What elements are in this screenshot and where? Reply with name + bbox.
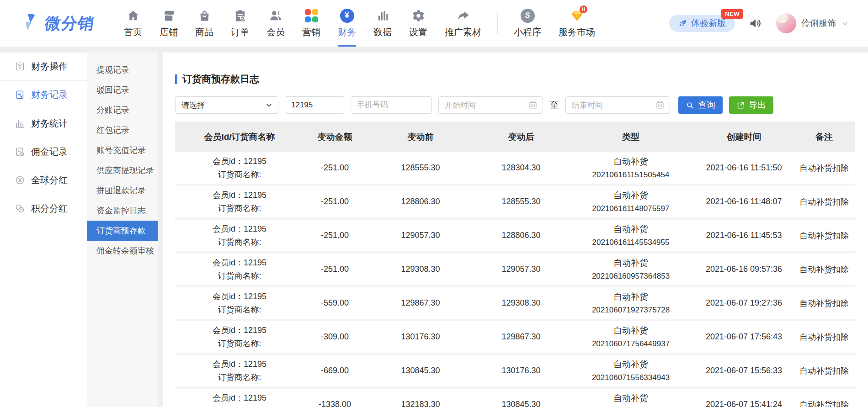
type-cell: 自动补货202106071541255333 xyxy=(567,388,695,407)
sidebar-item-finance-statistics[interactable]: 财务统计 xyxy=(0,109,87,137)
submenu-item-red-packet-records[interactable]: 红包记录 xyxy=(87,120,158,140)
finance-icon: ¥ xyxy=(340,8,354,23)
member-name-label: 订货商名称: xyxy=(175,202,304,215)
chevron-down-icon xyxy=(265,101,273,109)
start-date-input[interactable]: 开始时间 xyxy=(438,96,543,114)
before-cell: 132183.30 xyxy=(366,388,475,407)
member-name-label: 订货商名称: xyxy=(175,168,304,181)
amount-cell: -559.00 xyxy=(304,286,366,320)
submenu-item-commission-to-balance-audit[interactable]: 佣金转余额审核 xyxy=(87,241,158,261)
sidebar-item-global-dividend[interactable]: 全球分红 xyxy=(0,166,87,194)
submenu-item-fund-monitor-log[interactable]: 资金监控日志 xyxy=(87,201,158,221)
type-select-value: 请选择 xyxy=(181,100,205,111)
submenu: 提现记录驳回记录分账记录红包记录账号充值记录供应商提现记录拼团退款记录资金监控日… xyxy=(87,53,158,407)
member-id-label: 会员id： xyxy=(213,224,244,233)
submenu-item-account-recharge-records[interactable]: 账号充值记录 xyxy=(87,140,158,160)
member-cell: 会员id：12195订货商名称: xyxy=(175,152,304,185)
after-cell: 129867.30 xyxy=(475,320,567,354)
export-icon xyxy=(736,101,745,110)
member-id-label: 会员id： xyxy=(213,157,244,166)
nav-item-data[interactable]: 数据 xyxy=(365,0,400,47)
rocket-icon xyxy=(678,19,687,28)
after-cell: 128555.30 xyxy=(475,185,567,219)
sidebar-item-finance-operations[interactable]: 财务操作 xyxy=(0,53,87,81)
brand-logo[interactable]: 微分销 xyxy=(18,13,94,34)
nav-item-promo-materials[interactable]: 推广素材 xyxy=(436,0,490,47)
submenu-item-split-account-records[interactable]: 分账记录 xyxy=(87,100,158,120)
column-header: 类型 xyxy=(567,122,695,152)
type-name: 自动补货 xyxy=(567,391,695,405)
sidebar-item-commission-records[interactable]: 佣金记录 xyxy=(0,137,87,166)
submenu-item-withdraw-records[interactable]: 提现记录 xyxy=(87,60,158,80)
table-row: 会员id：12195订货商名称:-669.00130845.30130176.3… xyxy=(175,354,855,388)
before-cell: 128806.30 xyxy=(366,185,475,219)
sidebar: 财务操作财务记录财务统计佣金记录全球分红积分分红 xyxy=(0,53,87,407)
nav-item-orders[interactable]: 订单 xyxy=(222,0,258,47)
type-name: 自动补货 xyxy=(567,189,695,202)
table-row: 会员id：12195订货商名称:-309.00130176.30129867.3… xyxy=(175,320,855,354)
user-menu[interactable]: 伶俐服饰 xyxy=(776,13,849,33)
remark-cell: 自动补货扣除 xyxy=(793,185,855,219)
export-button[interactable]: 导出 xyxy=(729,96,773,114)
nav-item-settings[interactable]: 设置 xyxy=(400,0,436,47)
home-icon xyxy=(127,8,140,23)
nav-item-mini-program[interactable]: S小程序 xyxy=(505,0,550,47)
remark-cell: 自动补货扣除 xyxy=(793,388,855,407)
search-icon xyxy=(686,101,694,110)
type-serial: 202106161151505454 xyxy=(567,168,695,181)
amount-cell: -251.00 xyxy=(304,253,366,286)
column-header: 变动后 xyxy=(475,122,567,152)
speaker-icon[interactable] xyxy=(749,16,762,30)
sidebar-item-points-dividend[interactable]: 积分分红 xyxy=(0,194,87,222)
nav-item-home[interactable]: 首页 xyxy=(115,0,151,47)
phone-input[interactable] xyxy=(351,96,432,114)
marketing-icon xyxy=(305,8,318,23)
column-header: 备注 xyxy=(793,122,855,152)
created-cell: 2021-06-07 15:56:33 xyxy=(695,354,793,388)
amount-cell: -251.00 xyxy=(304,219,366,253)
table-row: 会员id：12195订货商名称:-251.00129308.30129057.3… xyxy=(175,253,855,286)
before-cell: 129308.30 xyxy=(366,253,475,286)
type-name: 自动补货 xyxy=(567,256,695,270)
nav-item-marketing[interactable]: 营销 xyxy=(293,0,329,47)
created-cell: 2021-06-07 15:41:24 xyxy=(695,388,793,407)
member-id-value: 12195 xyxy=(244,326,266,335)
amount-cell: -309.00 xyxy=(304,320,366,354)
member-id-label: 会员id： xyxy=(213,393,244,402)
created-cell: 2021-06-07 19:27:36 xyxy=(695,286,793,320)
finance-ops-icon xyxy=(15,61,25,72)
member-name-label: 订货商名称: xyxy=(175,371,304,384)
calendar-icon xyxy=(655,100,665,110)
search-button[interactable]: 查询 xyxy=(678,96,723,114)
nav-item-finance[interactable]: ¥财务 xyxy=(329,0,365,47)
member-name-label: 订货商名称: xyxy=(175,270,304,283)
nav-item-service-market[interactable]: H服务市场 xyxy=(550,0,604,47)
type-select[interactable]: 请选择 xyxy=(175,96,278,114)
submenu-item-supplier-withdraw-records[interactable]: 供应商提现记录 xyxy=(87,160,158,180)
miniprogram-icon: S xyxy=(521,8,535,23)
type-serial: 202106071756449937 xyxy=(567,337,695,350)
amount-cell: -1338.00 xyxy=(304,388,366,407)
after-cell: 130845.30 xyxy=(475,388,567,407)
submenu-item-orderer-prestore[interactable]: 订货商预存款 xyxy=(87,221,158,241)
submenu-item-group-refund-records[interactable]: 拼团退款记录 xyxy=(87,180,158,201)
try-new-version-button[interactable]: 体验新版 NEW xyxy=(669,15,735,32)
nav-item-shop[interactable]: 店铺 xyxy=(151,0,186,47)
type-serial: 202106160957364853 xyxy=(567,270,695,283)
user-name: 伶俐服饰 xyxy=(801,17,836,29)
table-row: 会员id：12195订货商名称:-1338.00132183.30130845.… xyxy=(175,388,855,407)
member-id-value: 12195 xyxy=(244,224,266,233)
filter-bar: 请选择 开始时间 至 结束时间 查询 导出 xyxy=(175,96,855,114)
type-name: 自动补货 xyxy=(567,222,695,236)
submenu-item-reject-records[interactable]: 驳回记录 xyxy=(87,80,158,100)
nav-item-goods[interactable]: 商品 xyxy=(186,0,222,47)
member-id-input[interactable] xyxy=(285,96,344,114)
end-date-input[interactable]: 结束时间 xyxy=(565,96,670,114)
member-id-label: 会员id： xyxy=(213,292,244,301)
member-cell: 会员id：12195订货商名称: xyxy=(175,219,304,253)
type-cell: 自动补货202106161148075597 xyxy=(567,185,695,219)
sidebar-item-finance-records[interactable]: 财务记录 xyxy=(0,81,87,109)
member-id-label: 会员id： xyxy=(213,359,244,369)
nav-item-members[interactable]: 会员 xyxy=(258,0,293,47)
created-cell: 2021-06-16 11:51:50 xyxy=(695,152,793,185)
